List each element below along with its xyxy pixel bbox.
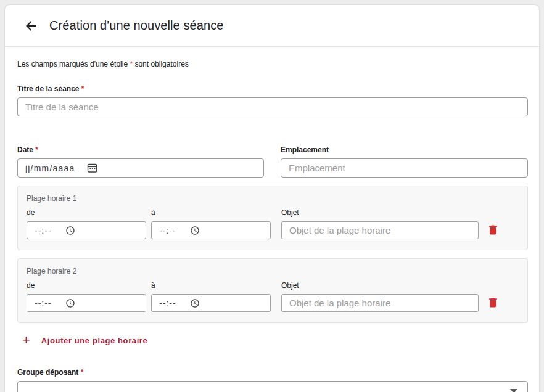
seance-title-label: Titre de la séance * [17, 84, 528, 93]
required-note: Les champs marqués d'une étoile * sont o… [17, 60, 528, 68]
location-input[interactable] [281, 158, 528, 178]
clock-icon[interactable] [190, 226, 200, 235]
time-slot-title: Plage horaire 1 [27, 194, 519, 203]
time-to-group: à --:-- [151, 208, 271, 239]
required-star: * [81, 84, 84, 93]
date-label-text: Date [17, 145, 33, 154]
time-placeholder-value: --:-- [159, 226, 176, 235]
delete-time-slot-button[interactable] [486, 223, 500, 237]
trash-icon [487, 224, 499, 236]
time-to-label: à [151, 208, 271, 217]
time-to-label: à [151, 281, 271, 290]
page-title: Création d'une nouvelle séance [49, 18, 224, 33]
time-slot-panel-2: Plage horaire 2 de --:-- à --:-- [17, 258, 528, 323]
object-input[interactable] [281, 294, 479, 312]
chevron-down-icon [510, 389, 517, 392]
trash-icon [487, 296, 499, 309]
object-label: Objet [281, 208, 479, 217]
date-label: Date * [17, 145, 264, 154]
calendar-icon[interactable] [87, 163, 97, 173]
group-label-text: Groupe déposant [17, 368, 78, 377]
object-input[interactable] [281, 221, 479, 239]
location-label: Emplacement [281, 145, 528, 154]
delete-time-slot-button[interactable] [486, 296, 500, 309]
seance-title-label-text: Titre de la séance [17, 84, 80, 93]
date-input[interactable]: jj/mm/aaaa [17, 158, 264, 178]
clock-icon[interactable] [65, 226, 75, 235]
arrow-left-icon [23, 18, 38, 33]
object-label: Objet [281, 281, 479, 290]
time-from-group: de --:-- [27, 281, 146, 312]
seance-title-field-group: Titre de la séance * [17, 84, 528, 116]
time-placeholder-value: --:-- [35, 226, 52, 235]
required-star: * [130, 60, 133, 68]
time-from-input[interactable]: --:-- [27, 221, 146, 239]
date-placeholder-value: jj/mm/aaaa [25, 163, 75, 173]
location-field-group: Emplacement [281, 145, 528, 178]
plus-icon: + [22, 335, 30, 346]
seance-title-input[interactable] [17, 97, 528, 116]
time-to-input[interactable]: --:-- [151, 294, 271, 312]
time-placeholder-value: --:-- [159, 298, 176, 308]
object-field-group: Objet [281, 208, 479, 239]
object-field-group: Objet [281, 281, 479, 312]
required-note-prefix: Les champs marqués d'une étoile [17, 60, 128, 68]
date-field-group: Date * jj/mm/aaaa [17, 145, 264, 178]
time-to-group: à --:-- [151, 281, 271, 312]
time-from-label: de [27, 208, 146, 217]
back-button[interactable] [21, 16, 41, 36]
time-from-label: de [27, 281, 146, 290]
required-star: * [81, 368, 84, 377]
time-from-group: de --:-- [27, 208, 146, 239]
group-field-group: Groupe déposant * [17, 368, 528, 392]
time-to-input[interactable]: --:-- [151, 221, 271, 239]
required-note-suffix: sont obligatoires [134, 60, 188, 68]
clock-icon[interactable] [65, 298, 75, 308]
page-card: Création d'une nouvelle séance Les champ… [5, 5, 539, 392]
time-from-input[interactable]: --:-- [27, 294, 146, 312]
time-placeholder-value: --:-- [35, 298, 52, 308]
required-star: * [35, 145, 38, 154]
time-slot-panel-1: Plage horaire 1 de --:-- à --:-- [17, 186, 528, 250]
add-time-slot-label: Ajouter une plage horaire [41, 336, 147, 345]
group-label: Groupe déposant * [17, 368, 528, 377]
group-select[interactable] [17, 381, 528, 392]
page-header: Création d'une nouvelle séance [5, 5, 539, 47]
time-slot-title: Plage horaire 2 [27, 267, 519, 276]
add-time-slot-button[interactable]: + Ajouter une plage horaire [22, 335, 147, 346]
clock-icon[interactable] [190, 298, 200, 308]
